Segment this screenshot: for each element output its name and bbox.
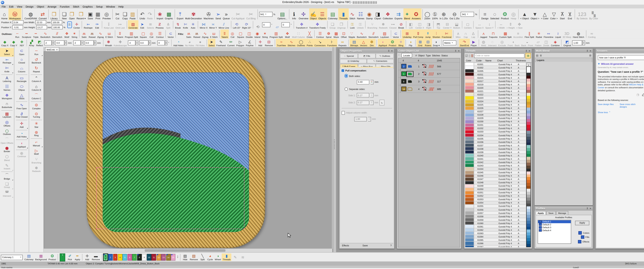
home-button[interactable]: ⌂Home — [0, 8, 8, 20]
2-field[interactable]: 2▲▼ — [44, 40, 54, 45]
design-viewport[interactable] — [44, 51, 332, 249]
sidebar-item-appliqu[interactable]: ◖Appliqué — [15, 140, 28, 149]
dim-button[interactable]: ✽Dim — [368, 39, 376, 47]
objects-button[interactable]: ☰Objects — [318, 8, 327, 20]
profile-item-default-3[interactable]: Default-3 — [538, 226, 571, 229]
radial-button[interactable]: ✳Radial — [535, 29, 543, 39]
freehand-button[interactable]: ✎Freehand — [216, 39, 226, 47]
sidebar-item-backtrack[interactable]: ↺Backtrack — [30, 56, 44, 65]
thread-row-61020[interactable]: 61020Gunold Poly 4A — [465, 86, 526, 90]
overview-button[interactable]: ✣Overview — [298, 8, 309, 20]
object-button[interactable]: ▲< Object — [520, 8, 530, 20]
0-field[interactable]: 0° — [262, 22, 273, 27]
thread-row-61027[interactable]: 61027Gunold Poly 4A — [465, 110, 526, 113]
program-split-button[interactable]: ▥Program Split — [124, 29, 139, 39]
thread-row-61048[interactable]: 61048Gunold Poly 4A — [465, 181, 526, 184]
current-button[interactable]: ✏Current — [226, 39, 236, 47]
tab-fills[interactable]: ◩Fills — [358, 53, 376, 58]
pin-icon[interactable]: ⊼ — [526, 49, 527, 52]
florentine-button[interactable]: ∾Florentine — [543, 29, 554, 39]
width-input[interactable]: 22.53 — [36, 20, 46, 24]
sidebar-item-basic[interactable]: △.Basic — [15, 92, 28, 101]
tab-close-icon[interactable]: ✕ — [56, 48, 58, 51]
source-link-save-cross-stitch-designs[interactable]: Save cross stitch designs — [620, 103, 638, 108]
menu-stitch[interactable]: Stitch — [71, 5, 81, 8]
thread-color-strip[interactable]: ▲ — [526, 63, 531, 247]
copy-x-button[interactable]: ◆Copy X — [0, 39, 9, 47]
original-button[interactable]: ◩Original — [562, 39, 572, 47]
answers-query-input[interactable]: how can I save a profile ?f — [598, 55, 644, 60]
position-y-input[interactable]: -5.91 — [12, 25, 23, 29]
liquid-button[interactable]: ≀Liquid — [554, 29, 562, 39]
thread-row-61058[interactable]: 61058Gunold Poly 4A — [465, 215, 526, 218]
pull-comp-checkbox[interactable]: ✓ — [342, 69, 344, 72]
thread-row-61015[interactable]: 61015Gunold Poly 4A — [465, 76, 526, 79]
object-thumbnail[interactable] — [407, 64, 412, 68]
profile-item-default-4[interactable]: Default-4 — [538, 229, 571, 232]
e-stitch-button[interactable]: шE Stitch — [104, 29, 114, 39]
apply-profile-button[interactable]: Apply — [575, 221, 589, 225]
snap-button[interactable]: ◗Snap ▾ — [432, 39, 440, 47]
contour-button[interactable]: ☰Contour — [155, 29, 164, 39]
collapse-icon[interactable]: ⌃ — [398, 54, 400, 57]
separate-sides-radio[interactable] — [344, 87, 348, 91]
reshape-button[interactable]: ➳Reshape — [83, 20, 94, 29]
info-button[interactable]: ℹInfo — [290, 8, 298, 20]
layers-header[interactable]: Layers — [535, 57, 592, 62]
string-button[interactable]: ✶String — [261, 29, 269, 39]
object-row-1[interactable]: 21566 — [398, 63, 460, 70]
thread-row-61035[interactable]: 61035Gunold Poly 4A — [465, 137, 526, 140]
player-button[interactable]: ▶Player — [470, 39, 478, 47]
add-holes-button[interactable]: ◔Add Holes — [172, 39, 184, 47]
functions-button[interactable]: ⊦Functions — [326, 39, 338, 47]
break-button[interactable]: ⊘Break — [397, 20, 405, 29]
remove-button[interactable]: ⊟Remove — [264, 39, 274, 47]
thread-row-61054[interactable]: 61054Gunold Poly 4A — [465, 201, 526, 205]
remove-button[interactable]: ▬Remove — [91, 254, 101, 261]
save-button[interactable]: ▣Save — [86, 8, 94, 20]
stamp-button[interactable]: ◉Stamp — [365, 8, 374, 20]
preview-button[interactable]: ◎Preview — [102, 8, 112, 20]
palette-color-7[interactable]: 7 — [132, 254, 137, 261]
thread-row-61019[interactable]: 61019Gunold Poly 4A — [465, 83, 526, 86]
pin-icon[interactable]: ⊼ — [586, 49, 588, 52]
thread-row-61025[interactable]: 61025Gunold Poly 4A — [465, 103, 526, 107]
thread-row-61042[interactable]: 61042Gunold Poly 4A — [465, 161, 526, 164]
color-chip[interactable]: 2 — [401, 64, 406, 69]
sidebar-item-run[interactable]: ╌Run — [30, 48, 44, 56]
object-row-4[interactable]: 144685 — [398, 85, 460, 93]
library-button[interactable]: ❒Library — [50, 8, 58, 20]
thread-row-61032[interactable]: 61032Gunold Poly 4A — [465, 127, 526, 130]
colorway-select[interactable]: Colorway 1▼ — [1, 255, 23, 260]
object-button[interactable]: ✍Object — [309, 8, 318, 20]
thread-row-61023[interactable]: 61023Gunold Poly 4A — [465, 96, 526, 100]
open-button[interactable]: ❐Open — [68, 8, 76, 20]
palette-color-9[interactable]: 9 — [142, 254, 146, 261]
item-button[interactable]: ▱ — [274, 20, 281, 29]
pin-icon[interactable]: ⊼ — [388, 49, 390, 52]
cross-button[interactable]: ╳Cross — [306, 29, 313, 39]
sidebar-item-turning[interactable]: ⊝Turning — [30, 111, 44, 119]
thread-row-61001[interactable]: 61001Gunold Poly 4A — [465, 63, 526, 66]
sidebar-item-column-b[interactable]: ⌂Column B — [30, 84, 44, 92]
object-thumbnail[interactable] — [407, 87, 412, 91]
underlay-button[interactable]: ⊞Underlay — [402, 29, 412, 39]
color-chip[interactable]: 1 — [401, 71, 406, 76]
vector-button[interactable]: ⊂Vector — [167, 29, 175, 39]
trueview-button[interactable]: ≈TrueView — [276, 39, 287, 47]
palette-color-1[interactable]: 1 — [103, 254, 108, 261]
swap-sides-button[interactable]: ⇅ — [379, 100, 384, 106]
close-icon[interactable]: ✕ — [590, 207, 592, 210]
sidebar-item-bridge[interactable]: ⌒Bridge — [0, 172, 14, 181]
thread-row-61060[interactable]: 61060Gunold Poly 4A — [465, 222, 526, 225]
palette-scroll[interactable]: ▲▼ — [177, 256, 178, 259]
thread-row-61062[interactable]: 61062Gunold Poly 4A — [465, 228, 526, 232]
thread-row-61039[interactable]: 61039Gunold Poly 4A — [465, 151, 526, 154]
document-tab[interactable]: test1-es✕ — [45, 47, 60, 51]
square-button[interactable]: ▢Square — [139, 29, 148, 39]
colorway-button[interactable]: ▤Colorway — [24, 254, 34, 261]
color-chip[interactable]: 14 — [401, 86, 406, 91]
options-button[interactable]: ▤Options... — [276, 8, 288, 20]
thread-row-61026[interactable]: 61026Gunold Poly 4A — [465, 107, 526, 110]
object-button[interactable]: ▼Object > — [530, 8, 540, 20]
